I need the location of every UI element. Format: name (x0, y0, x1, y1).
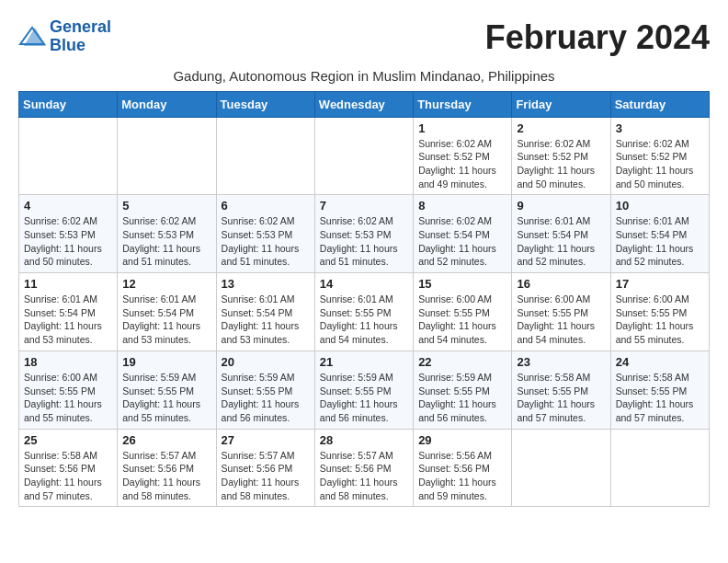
day-number: 21 (320, 355, 408, 369)
day-number: 16 (517, 277, 605, 291)
day-info: Sunrise: 6:02 AM Sunset: 5:53 PM Dayligh… (122, 214, 210, 269)
day-number: 1 (418, 121, 506, 135)
day-info: Sunrise: 6:01 AM Sunset: 5:54 PM Dayligh… (122, 293, 210, 347)
calendar-cell-w2d1: 12Sunrise: 6:01 AM Sunset: 5:54 PM Dayli… (118, 273, 216, 351)
header-wednesday: Wednesday (314, 91, 413, 117)
calendar-subtitle: Gadung, Autonomous Region in Muslim Mind… (18, 68, 710, 84)
day-info: Sunrise: 5:58 AM Sunset: 5:55 PM Dayligh… (616, 371, 704, 425)
calendar-cell-w1d6: 10Sunrise: 6:01 AM Sunset: 5:54 PM Dayli… (610, 195, 709, 273)
calendar-cell-w2d0: 11Sunrise: 6:01 AM Sunset: 5:54 PM Dayli… (19, 273, 118, 351)
day-number: 23 (517, 355, 605, 369)
day-info: Sunrise: 5:57 AM Sunset: 5:56 PM Dayligh… (122, 449, 210, 503)
calendar-cell-w4d3: 28Sunrise: 5:57 AM Sunset: 5:56 PM Dayli… (314, 429, 413, 507)
day-info: Sunrise: 6:01 AM Sunset: 5:55 PM Dayligh… (320, 293, 408, 347)
day-number: 9 (517, 199, 605, 213)
calendar-cell-w0d0 (19, 117, 118, 195)
day-info: Sunrise: 6:02 AM Sunset: 5:52 PM Dayligh… (517, 137, 605, 191)
day-number: 8 (418, 199, 506, 213)
header-monday: Monday (118, 91, 216, 117)
day-number: 7 (320, 199, 408, 213)
calendar-cell-w4d0: 25Sunrise: 5:58 AM Sunset: 5:56 PM Dayli… (19, 429, 118, 507)
calendar-cell-w1d5: 9Sunrise: 6:01 AM Sunset: 5:54 PM Daylig… (512, 195, 610, 273)
logo-text: General Blue (50, 18, 111, 55)
day-number: 14 (320, 277, 408, 291)
day-number: 22 (418, 355, 506, 369)
calendar-cell-w2d2: 13Sunrise: 6:01 AM Sunset: 5:54 PM Dayli… (216, 273, 314, 351)
day-number: 6 (222, 199, 310, 213)
calendar-cell-w0d2 (216, 117, 314, 195)
logo-line2: Blue (50, 36, 85, 54)
calendar-header-row: Sunday Monday Tuesday Wednesday Thursday… (19, 91, 710, 117)
calendar-week-row-4: 25Sunrise: 5:58 AM Sunset: 5:56 PM Dayli… (19, 429, 710, 507)
day-number: 4 (24, 199, 112, 213)
day-info: Sunrise: 5:59 AM Sunset: 5:55 PM Dayligh… (122, 371, 210, 425)
day-info: Sunrise: 6:01 AM Sunset: 5:54 PM Dayligh… (24, 293, 112, 347)
day-number: 20 (222, 355, 310, 369)
calendar-title: February 2024 (485, 18, 710, 57)
day-info: Sunrise: 6:00 AM Sunset: 5:55 PM Dayligh… (517, 293, 605, 347)
day-info: Sunrise: 6:01 AM Sunset: 5:54 PM Dayligh… (616, 214, 704, 269)
calendar-cell-w1d0: 4Sunrise: 6:02 AM Sunset: 5:53 PM Daylig… (19, 195, 118, 273)
calendar-cell-w3d3: 21Sunrise: 5:59 AM Sunset: 5:55 PM Dayli… (314, 350, 413, 429)
day-info: Sunrise: 6:02 AM Sunset: 5:52 PM Dayligh… (418, 137, 506, 191)
calendar-cell-w0d4: 1Sunrise: 6:02 AM Sunset: 5:52 PM Daylig… (414, 117, 512, 195)
calendar-week-row-3: 18Sunrise: 6:00 AM Sunset: 5:55 PM Dayli… (19, 350, 710, 429)
logo-icon (18, 26, 46, 48)
calendar-cell-w1d4: 8Sunrise: 6:02 AM Sunset: 5:54 PM Daylig… (414, 195, 512, 273)
day-number: 27 (222, 433, 310, 447)
day-number: 3 (616, 121, 704, 135)
calendar-cell-w4d1: 26Sunrise: 5:57 AM Sunset: 5:56 PM Dayli… (118, 429, 216, 507)
header-tuesday: Tuesday (216, 91, 314, 117)
day-number: 26 (122, 433, 210, 447)
day-number: 28 (320, 433, 408, 447)
day-info: Sunrise: 6:01 AM Sunset: 5:54 PM Dayligh… (517, 214, 605, 269)
day-info: Sunrise: 6:00 AM Sunset: 5:55 PM Dayligh… (418, 293, 506, 347)
calendar-cell-w0d1 (118, 117, 216, 195)
day-info: Sunrise: 6:01 AM Sunset: 5:54 PM Dayligh… (222, 293, 310, 347)
calendar-week-row-1: 4Sunrise: 6:02 AM Sunset: 5:53 PM Daylig… (19, 195, 710, 273)
day-number: 18 (24, 355, 112, 369)
day-number: 17 (616, 277, 704, 291)
calendar-cell-w3d0: 18Sunrise: 6:00 AM Sunset: 5:55 PM Dayli… (19, 350, 118, 429)
calendar-cell-w1d1: 5Sunrise: 6:02 AM Sunset: 5:53 PM Daylig… (118, 195, 216, 273)
calendar-cell-w3d2: 20Sunrise: 5:59 AM Sunset: 5:55 PM Dayli… (216, 350, 314, 429)
title-section: February 2024 (485, 18, 710, 57)
calendar-cell-w0d5: 2Sunrise: 6:02 AM Sunset: 5:52 PM Daylig… (512, 117, 610, 195)
day-info: Sunrise: 6:02 AM Sunset: 5:52 PM Dayligh… (616, 137, 704, 191)
day-info: Sunrise: 5:59 AM Sunset: 5:55 PM Dayligh… (222, 371, 310, 425)
calendar-cell-w1d2: 6Sunrise: 6:02 AM Sunset: 5:53 PM Daylig… (216, 195, 314, 273)
header-thursday: Thursday (414, 91, 512, 117)
day-info: Sunrise: 6:02 AM Sunset: 5:53 PM Dayligh… (24, 214, 112, 269)
calendar-cell-w3d1: 19Sunrise: 5:59 AM Sunset: 5:55 PM Dayli… (118, 350, 216, 429)
day-info: Sunrise: 5:57 AM Sunset: 5:56 PM Dayligh… (320, 449, 408, 503)
day-number: 12 (122, 277, 210, 291)
day-info: Sunrise: 6:00 AM Sunset: 5:55 PM Dayligh… (616, 293, 704, 347)
day-info: Sunrise: 5:56 AM Sunset: 5:56 PM Dayligh… (418, 449, 506, 503)
day-number: 24 (616, 355, 704, 369)
calendar-cell-w4d5 (512, 429, 610, 507)
calendar-cell-w2d6: 17Sunrise: 6:00 AM Sunset: 5:55 PM Dayli… (610, 273, 709, 351)
day-number: 5 (122, 199, 210, 213)
day-info: Sunrise: 6:02 AM Sunset: 5:53 PM Dayligh… (222, 214, 310, 269)
calendar-cell-w2d4: 15Sunrise: 6:00 AM Sunset: 5:55 PM Dayli… (414, 273, 512, 351)
day-number: 29 (418, 433, 506, 447)
calendar-cell-w3d5: 23Sunrise: 5:58 AM Sunset: 5:55 PM Dayli… (512, 350, 610, 429)
day-info: Sunrise: 5:58 AM Sunset: 5:55 PM Dayligh… (517, 371, 605, 425)
calendar-cell-w2d3: 14Sunrise: 6:01 AM Sunset: 5:55 PM Dayli… (314, 273, 413, 351)
logo: General Blue (18, 18, 111, 55)
calendar-cell-w3d4: 22Sunrise: 5:59 AM Sunset: 5:55 PM Dayli… (414, 350, 512, 429)
calendar-cell-w3d6: 24Sunrise: 5:58 AM Sunset: 5:55 PM Dayli… (610, 350, 709, 429)
calendar-cell-w0d3 (314, 117, 413, 195)
calendar-cell-w0d6: 3Sunrise: 6:02 AM Sunset: 5:52 PM Daylig… (610, 117, 709, 195)
day-info: Sunrise: 5:59 AM Sunset: 5:55 PM Dayligh… (418, 371, 506, 425)
calendar-cell-w4d4: 29Sunrise: 5:56 AM Sunset: 5:56 PM Dayli… (414, 429, 512, 507)
day-number: 19 (122, 355, 210, 369)
day-info: Sunrise: 5:59 AM Sunset: 5:55 PM Dayligh… (320, 371, 408, 425)
day-info: Sunrise: 6:02 AM Sunset: 5:54 PM Dayligh… (418, 214, 506, 269)
day-number: 13 (222, 277, 310, 291)
calendar-cell-w1d3: 7Sunrise: 6:02 AM Sunset: 5:53 PM Daylig… (314, 195, 413, 273)
calendar-cell-w4d6 (610, 429, 709, 507)
logo-line1: General (50, 17, 111, 36)
calendar-week-row-0: 1Sunrise: 6:02 AM Sunset: 5:52 PM Daylig… (19, 117, 710, 195)
day-number: 15 (418, 277, 506, 291)
